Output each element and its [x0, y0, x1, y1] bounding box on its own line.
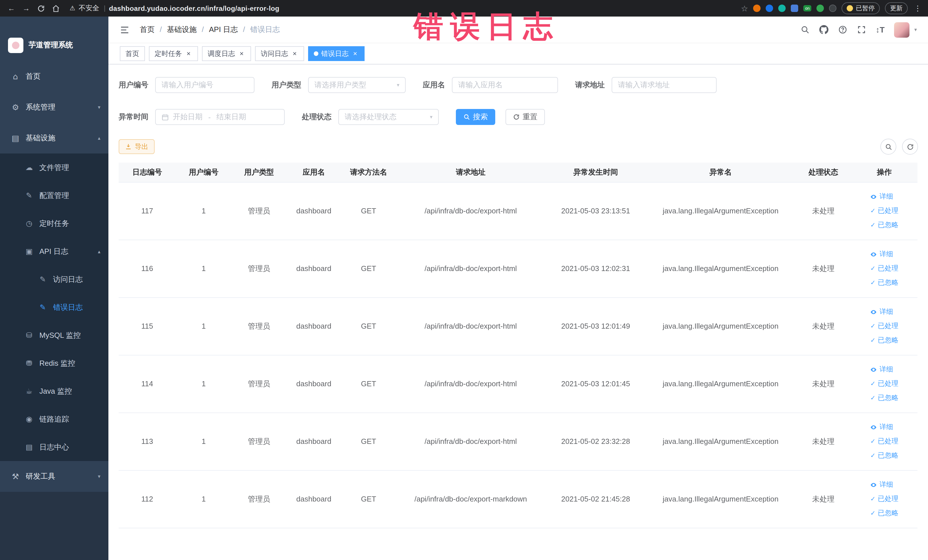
back-button[interactable]: ←	[6, 3, 17, 14]
sidebar-item-trace[interactable]: ◉链路追踪	[0, 405, 108, 433]
action-ignored-link[interactable]: ✓已忽略	[870, 276, 898, 290]
breadcrumb-item-infra[interactable]: 基础设施	[167, 24, 209, 35]
sidebar-item-job[interactable]: ◷定时任务	[0, 209, 108, 237]
paused-button[interactable]: 已暂停	[841, 2, 880, 14]
sidebar-item-error-log[interactable]: ✎错误日志	[0, 293, 108, 321]
avatar[interactable]	[894, 22, 910, 37]
action-processed-link[interactable]: ✓已处理	[870, 204, 898, 218]
sidebar-toggle-button[interactable]	[120, 25, 130, 35]
sidebar-item-dev-tools[interactable]: ⚒研发工具▾	[0, 461, 108, 492]
reload-button[interactable]	[35, 3, 47, 14]
request-url-input[interactable]: 请输入请求地址	[612, 77, 717, 93]
cell-actions: 详细✓已处理✓已忽略	[851, 412, 917, 470]
tab-error-log[interactable]: 错误日志×	[308, 46, 365, 61]
browser-menu-button[interactable]: ⋮	[913, 4, 923, 12]
action-detail-link[interactable]: 详细	[870, 305, 893, 319]
action-detail-link[interactable]: 详细	[870, 420, 893, 434]
breadcrumb-item-home[interactable]: 首页	[140, 24, 167, 35]
close-icon[interactable]: ×	[291, 50, 298, 57]
action-processed-link[interactable]: ✓已处理	[870, 492, 898, 506]
action-ignored-link[interactable]: ✓已忽略	[870, 333, 898, 348]
sidebar-item-log-center[interactable]: ▤日志中心	[0, 433, 108, 461]
sidebar-item-config[interactable]: ✎配置管理	[0, 182, 108, 209]
logo-image	[8, 37, 23, 53]
app-name-input[interactable]: 请输入应用名	[452, 77, 558, 93]
extension-icon-3[interactable]	[778, 5, 786, 12]
action-ignored-link[interactable]: ✓已忽略	[870, 506, 898, 520]
sidebar-item-home[interactable]: ⌂首页	[0, 61, 108, 92]
home-button[interactable]	[50, 3, 62, 14]
check-icon: ✓	[870, 319, 876, 333]
action-ignored-link[interactable]: ✓已忽略	[870, 391, 898, 405]
extension-on-badge[interactable]: on	[803, 5, 811, 11]
extension-icon-5[interactable]	[829, 5, 836, 12]
exception-time-range-input[interactable]: 开始日期 - 结束日期	[155, 109, 285, 125]
column-header: 用户类型	[232, 163, 286, 182]
close-icon[interactable]: ×	[185, 50, 192, 57]
fullscreen-icon[interactable]	[857, 25, 866, 34]
export-button[interactable]: 导出	[119, 139, 155, 154]
refresh-button[interactable]	[902, 139, 918, 155]
action-processed-link[interactable]: ✓已处理	[870, 319, 898, 333]
refresh-icon	[906, 143, 914, 150]
column-header: 请求方法名	[341, 163, 396, 182]
eye-icon	[870, 424, 877, 430]
cell-user_id: 1	[176, 355, 232, 412]
action-detail-link[interactable]: 详细	[870, 478, 893, 492]
action-ignored-link[interactable]: ✓已忽略	[870, 218, 898, 232]
action-processed-link[interactable]: ✓已处理	[870, 377, 898, 391]
extension-icon-4[interactable]	[817, 5, 824, 12]
cell-method: GET	[341, 297, 396, 355]
update-button[interactable]: 更新	[885, 2, 908, 14]
sidebar-item-file[interactable]: ☁文件管理	[0, 154, 108, 182]
chevron-down-icon[interactable]: ▾	[914, 27, 917, 32]
forward-button[interactable]: →	[21, 3, 32, 14]
address-bar[interactable]: ⚠ 不安全 dashboard.yudao.iocoder.cn/infra/l…	[70, 3, 279, 13]
infra-icon: ▤	[10, 134, 21, 143]
action-ignored-link[interactable]: ✓已忽略	[870, 449, 898, 463]
action-detail-link[interactable]: 详细	[870, 189, 893, 204]
sidebar-item-system[interactable]: ⚙系统管理▾	[0, 92, 108, 123]
user-type-select[interactable]: 请选择用户类型 ▾	[308, 77, 406, 93]
action-detail-link[interactable]: 详细	[870, 362, 893, 377]
cell-method: GET	[341, 412, 396, 470]
bookmark-star-icon[interactable]: ☆	[741, 4, 748, 13]
sidebar-item-java[interactable]: ☕Java 监控	[0, 377, 108, 405]
close-icon[interactable]: ×	[351, 50, 359, 57]
search-icon[interactable]	[800, 25, 810, 34]
table-row: 1161管理员dashboardGET/api/infra/db-doc/exp…	[119, 240, 917, 297]
extension-icon-2[interactable]	[766, 5, 773, 12]
breadcrumb-item-api-log[interactable]: API 日志	[209, 24, 250, 35]
github-icon[interactable]	[819, 25, 829, 34]
action-detail-link[interactable]: 详细	[870, 247, 893, 261]
action-processed-link[interactable]: ✓已处理	[870, 261, 898, 276]
cell-url: /api/infra/db-doc/export-html	[396, 240, 545, 297]
process-status-select[interactable]: 请选择处理状态 ▾	[338, 109, 439, 125]
extension-icon-1[interactable]	[753, 5, 760, 12]
cell-app: dashboard	[286, 355, 341, 412]
font-size-icon[interactable]: ↕T	[876, 25, 885, 34]
tab-access-log[interactable]: 访问日志×	[255, 46, 304, 61]
app-header: 首页 基础设施 API 日志 错误日志	[108, 17, 928, 43]
home-icon	[52, 4, 60, 12]
cell-time: 2021-05-03 12:01:49	[545, 297, 646, 355]
sidebar-item-access-log[interactable]: ✎访问日志	[0, 265, 108, 293]
column-header: 异常发生时间	[545, 163, 646, 182]
app-logo[interactable]: 芋道管理系统	[0, 17, 108, 61]
extensions-puzzle-icon[interactable]	[791, 5, 798, 12]
help-icon[interactable]	[838, 25, 847, 34]
tab-job[interactable]: 定时任务×	[149, 46, 198, 61]
chrome-toolbar-right: ☆ on 已暂停 更新 ⋮	[741, 2, 923, 14]
sidebar-item-infra[interactable]: ▤基础设施▴	[0, 123, 108, 154]
sidebar-item-mysql[interactable]: ⛁MySQL 监控	[0, 321, 108, 349]
reset-button[interactable]: 重置	[505, 109, 545, 125]
sidebar-item-api-log[interactable]: ▣API 日志▴	[0, 237, 108, 265]
tab-job-log[interactable]: 调度日志×	[202, 46, 251, 61]
toggle-search-button[interactable]	[881, 139, 896, 155]
sidebar-item-redis[interactable]: ⛃Redis 监控	[0, 349, 108, 377]
user-id-input[interactable]: 请输入用户编号	[155, 77, 255, 93]
tab-home[interactable]: 首页	[120, 46, 145, 61]
action-processed-link[interactable]: ✓已处理	[870, 434, 898, 449]
search-button[interactable]: 搜索	[456, 109, 495, 125]
close-icon[interactable]: ×	[238, 50, 245, 57]
